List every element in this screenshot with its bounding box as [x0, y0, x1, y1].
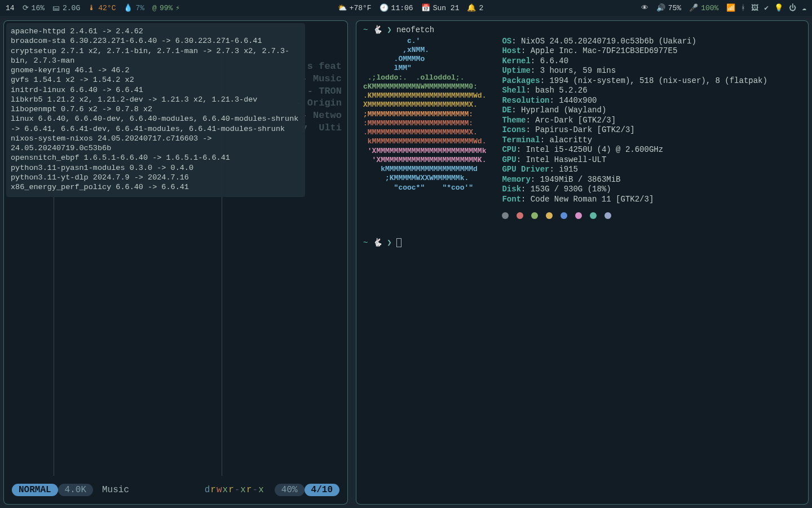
bluetooth-icon[interactable]: ᚼ [741, 4, 745, 12]
battery-value: 99% [160, 4, 173, 12]
neofetch-info: OS: NixOS 24.05.20240719.0c53b6b (Uakari… [502, 37, 767, 205]
weather-value: +78°F [350, 4, 372, 12]
ranger-dir: Music [93, 484, 138, 496]
date-value: Sun 21 [433, 4, 460, 12]
at-icon: @ [152, 4, 157, 12]
power-icon[interactable]: ⏻ [789, 4, 796, 12]
notif-count: 2 [479, 4, 483, 12]
mem-value: 2.0G [63, 4, 80, 12]
clock-module[interactable]: 🕘 11:06 [379, 3, 413, 12]
prompt-symbol: 🐇 [373, 238, 382, 247]
neofetch-logo: c.' ,xNMM. .OMMMMo lMM" .;loddo:. .ollod… [363, 37, 486, 192]
prompt-line-1: ~ 🐇 ❯ neofetch [356, 21, 808, 36]
ranger-statusbar: NORMAL 4.0K Music drwxr-xr-x 40% 4/10 [12, 483, 339, 497]
eye-module[interactable]: 👁 [641, 4, 648, 12]
bell-icon: 🔔 [467, 3, 476, 12]
eye-icon: 👁 [641, 4, 648, 12]
clock-value: 11:06 [391, 4, 413, 12]
ranger-mode: NORMAL [12, 484, 58, 496]
prompt-cwd: ~ [363, 238, 368, 247]
date-module[interactable]: 📅 Sun 21 [421, 3, 460, 12]
temp-value: 42°C [98, 4, 116, 12]
prompt-cwd: ~ [363, 25, 368, 34]
calendar-icon: 📅 [421, 3, 430, 12]
notification-module[interactable]: 🔔 2 [467, 3, 483, 12]
ranger-size: 4.0K [58, 484, 93, 496]
prompt-symbol: 🐇 [373, 25, 382, 34]
ranger-scroll-pct: 40% [275, 484, 304, 496]
color-swatch [575, 212, 582, 219]
neofetch-output: c.' ,xNMM. .OMMMMo lMM" .;loddo:. .ollod… [356, 36, 808, 220]
bulb-icon[interactable]: 💡 [774, 3, 783, 12]
color-swatch [546, 212, 553, 219]
weather-icon: ⛅ [338, 3, 347, 12]
terminal-neofetch[interactable]: ~ 🐇 ❯ neofetch c.' ,xNMM. .OMMMMo lMM" .… [356, 20, 809, 505]
prompt-line-2[interactable]: ~ 🐇 ❯ [356, 234, 808, 248]
humidity-module[interactable]: 💧 7% [123, 3, 144, 12]
check-icon[interactable]: ✔ [764, 3, 769, 12]
disk-icon: 🖴 [52, 4, 60, 12]
volume-value: 75% [668, 4, 681, 12]
prompt-arrow-icon: ❯ [387, 25, 391, 34]
humidity-value: 7% [135, 4, 144, 12]
waybar: 14 ⟳ 16% 🖴 2.0G 🌡 42°C 💧 7% @ 99% ⚡ ⛅ +7… [0, 0, 812, 16]
droplet-icon: 💧 [123, 3, 133, 12]
battery-module[interactable]: @ 99% ⚡ [152, 3, 180, 12]
color-swatch [604, 212, 611, 219]
updates-module[interactable]: ⟳ 16% [23, 3, 45, 12]
terminal-ranger[interactable]: s feat - Music - TRON - Origin - Netwo y… [3, 20, 348, 505]
speaker-icon: 🔊 [656, 3, 665, 12]
color-swatch [502, 212, 509, 219]
mic-value: 100% [701, 4, 718, 12]
tray: 📶 ᚼ 🖼 ✔ 💡 ⏻ ☁ [726, 3, 806, 12]
prompt-command: neofetch [396, 25, 434, 34]
tiling-area: s feat - Music - TRON - Origin - Netwo y… [3, 20, 809, 505]
volume-module[interactable]: 🔊 75% [656, 3, 681, 12]
wifi-icon[interactable]: 📶 [726, 3, 735, 12]
updates-notification[interactable]: apache-httpd 2.4.61 -> 2.4.62 broadcom-s… [6, 23, 305, 197]
cursor [396, 238, 401, 247]
ranger-permissions: drwxr-xr-x [205, 484, 264, 496]
color-swatch [561, 212, 567, 219]
color-swatch [517, 212, 523, 219]
disk-module[interactable]: 🖴 2.0G [52, 4, 80, 12]
thermometer-icon: 🌡 [88, 4, 95, 12]
color-swatch [531, 212, 538, 219]
ranger-position: 4/10 [304, 484, 339, 496]
bolt-icon: ⚡ [175, 3, 180, 12]
picture-icon[interactable]: 🖼 [751, 4, 758, 12]
mic-icon: 🎤 [689, 3, 698, 12]
color-swatch [590, 212, 597, 219]
temp-module[interactable]: 🌡 42°C [88, 4, 116, 12]
updates-pct: 16% [32, 4, 45, 12]
neofetch-swatches [502, 212, 767, 219]
cloud-icon[interactable]: ☁ [802, 3, 806, 12]
prompt-arrow-icon: ❯ [387, 238, 391, 247]
weather-module[interactable]: ⛅ +78°F [338, 3, 372, 12]
refresh-icon: ⟳ [23, 3, 29, 12]
clock-icon: 🕘 [379, 3, 389, 12]
workspace-indicator[interactable]: 14 [6, 4, 15, 12]
mic-module[interactable]: 🎤 100% [689, 3, 718, 12]
